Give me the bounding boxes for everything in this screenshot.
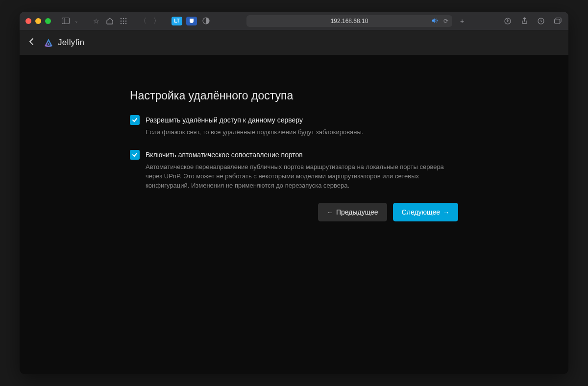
jellyfin-logo-icon: [43, 37, 54, 48]
audio-playing-icon[interactable]: [432, 18, 438, 24]
remote-access-label: Разрешить удалённый доступ к данному сер…: [146, 115, 303, 125]
next-button[interactable]: Следующее →: [393, 203, 458, 221]
toolbar-right: [503, 16, 563, 26]
reload-icon[interactable]: ⟳: [443, 18, 448, 24]
svg-point-10: [125, 23, 127, 24]
contrast-icon[interactable]: [201, 16, 211, 26]
browser-window: ⌄ ☆ 〈 〉 LT 192.168.68.10 ⟳: [20, 12, 568, 374]
extension-2-icon[interactable]: [186, 17, 197, 25]
minimize-window-button[interactable]: [35, 18, 41, 24]
new-tab-icon[interactable]: +: [457, 16, 467, 26]
svg-rect-15: [554, 19, 560, 24]
window-controls: [25, 18, 51, 24]
close-window-button[interactable]: [25, 18, 31, 24]
address-bar[interactable]: 192.168.68.10 ⟳: [246, 15, 452, 27]
history-icon[interactable]: [536, 16, 546, 26]
downloads-icon[interactable]: [503, 16, 513, 26]
arrow-right-icon: →: [443, 209, 449, 216]
extension-1-icon[interactable]: LT: [172, 17, 182, 25]
svg-point-7: [125, 20, 127, 22]
page-title: Настройка удалённого доступа: [130, 89, 458, 102]
svg-point-8: [121, 23, 122, 24]
previous-button-label: Предыдущее: [336, 208, 378, 216]
nav-forward-icon[interactable]: 〉: [152, 16, 162, 26]
svg-point-2: [121, 18, 122, 19]
home-icon[interactable]: [105, 16, 115, 26]
maximize-window-button[interactable]: [45, 18, 51, 24]
svg-point-6: [123, 20, 124, 22]
svg-point-3: [123, 18, 124, 19]
tabs-overview-icon[interactable]: [553, 16, 563, 26]
upnp-help: Автоматическое перенаправление публичных…: [146, 163, 458, 191]
option-upnp: Включить автоматическое сопоставление по…: [130, 150, 458, 160]
wizard-panel: Настройка удалённого доступа Разрешить у…: [130, 89, 458, 374]
browser-titlebar: ⌄ ☆ 〈 〉 LT 192.168.68.10 ⟳: [20, 12, 568, 30]
apps-grid-icon[interactable]: [119, 16, 128, 26]
content-area: Настройка удалённого доступа Разрешить у…: [20, 55, 568, 374]
app-back-button[interactable]: [26, 38, 36, 48]
next-button-label: Следующее: [402, 208, 440, 216]
svg-point-9: [123, 23, 124, 24]
share-icon[interactable]: [519, 16, 529, 26]
upnp-label: Включить автоматическое сопоставление по…: [146, 150, 303, 160]
address-area: 192.168.68.10 ⟳ +: [224, 15, 489, 27]
upnp-checkbox[interactable]: [130, 150, 140, 160]
app-logo[interactable]: Jellyfin: [43, 37, 84, 48]
option-remote-access: Разрешить удалённый доступ к данному сер…: [130, 115, 458, 125]
url-text: 192.168.68.10: [331, 18, 368, 24]
sidebar-dropdown-icon[interactable]: ⌄: [72, 16, 81, 26]
app-header: Jellyfin: [20, 30, 568, 55]
app-name: Jellyfin: [58, 38, 84, 48]
arrow-left-icon: ←: [327, 209, 333, 216]
remote-access-checkbox[interactable]: [130, 115, 140, 125]
svg-rect-0: [62, 18, 70, 24]
wizard-buttons: ← Предыдущее Следующее →: [130, 203, 458, 221]
svg-point-5: [121, 20, 122, 22]
sidebar-toggle-icon[interactable]: [61, 16, 71, 26]
favorites-icon[interactable]: ☆: [91, 16, 101, 26]
remote-access-help: Если флажок снят, то все удалённые подкл…: [146, 128, 458, 137]
nav-back-icon[interactable]: 〈: [138, 16, 148, 26]
svg-point-4: [125, 18, 127, 19]
previous-button[interactable]: ← Предыдущее: [318, 203, 387, 221]
